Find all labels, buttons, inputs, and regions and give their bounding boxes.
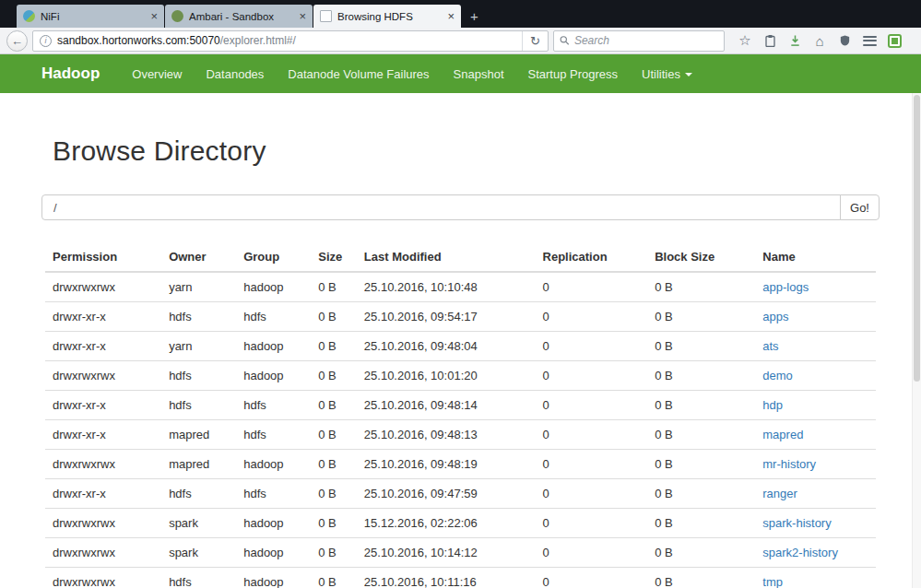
nav-item-overview[interactable]: Overview xyxy=(120,67,194,81)
table-cell: 0 xyxy=(536,509,648,538)
browser-tab[interactable]: NiFi× xyxy=(17,5,164,28)
table-cell: drwxr-xr-x xyxy=(45,302,161,332)
tab-title: Browsing HDFS xyxy=(337,11,442,22)
table-cell: 25.10.2016, 09:48:14 xyxy=(357,391,536,420)
menu-button[interactable] xyxy=(857,29,881,52)
tab-title: Ambari - Sandbox xyxy=(189,11,293,22)
go-button[interactable]: Go! xyxy=(840,194,880,220)
table-cell: yarn xyxy=(161,272,236,302)
nav-item-utilities[interactable]: Utilities xyxy=(630,67,704,81)
directory-link[interactable]: ats xyxy=(762,339,778,353)
name-cell: hdp xyxy=(755,391,876,420)
column-header: Block Size xyxy=(647,242,755,272)
caret-down-icon xyxy=(685,73,692,76)
table-cell: hdfs xyxy=(161,391,236,420)
bookmark-star-button[interactable]: ☆ xyxy=(733,29,757,52)
directory-link[interactable]: spark2-history xyxy=(762,546,838,559)
tab-close-button[interactable]: × xyxy=(150,10,158,22)
directory-link[interactable]: hdp xyxy=(762,398,783,412)
table-cell: 0 B xyxy=(647,538,755,568)
table-cell: 0 B xyxy=(311,302,357,332)
nav-item-startup-progress[interactable]: Startup Progress xyxy=(516,67,631,81)
table-row: drwxrwxrwxsparkhadoop0 B25.10.2016, 10:1… xyxy=(45,538,876,568)
hamburger-icon xyxy=(863,36,877,46)
tab-close-button[interactable]: × xyxy=(299,10,306,22)
table-cell: 0 B xyxy=(311,361,357,391)
name-cell: mr-history xyxy=(755,450,876,479)
table-cell: drwxrwxrwx xyxy=(45,568,161,588)
reload-button[interactable]: ↻ xyxy=(522,31,548,51)
hadoop-brand[interactable]: Hadoop xyxy=(41,65,100,83)
scrollbar-thumb[interactable] xyxy=(914,95,920,382)
nav-item-datanodes[interactable]: Datanodes xyxy=(194,67,276,81)
table-cell: 0 B xyxy=(311,479,357,509)
table-cell: 0 xyxy=(536,538,648,568)
table-cell: 0 B xyxy=(647,272,755,302)
downloads-button[interactable] xyxy=(783,29,807,52)
table-cell: 0 B xyxy=(311,272,357,302)
table-row: drwxr-xr-xmapredhdfs0 B25.10.2016, 09:48… xyxy=(45,420,876,450)
search-bar[interactable] xyxy=(553,30,725,52)
url-bar[interactable]: i sandbox.hortonworks.com:50070/explorer… xyxy=(32,30,549,52)
table-cell: hdfs xyxy=(161,302,236,332)
browser-window: NiFi×Ambari - Sandbox×Browsing HDFS× + ←… xyxy=(0,0,921,588)
directory-link[interactable]: tmp xyxy=(762,575,783,588)
nav-item-snapshot[interactable]: Snapshot xyxy=(442,67,516,81)
table-cell: 0 xyxy=(536,391,648,420)
name-cell: apps xyxy=(755,302,876,332)
directory-link[interactable]: demo xyxy=(762,369,793,382)
table-cell: 0 B xyxy=(311,509,357,538)
directory-link[interactable]: mr-history xyxy=(762,457,816,471)
search-input[interactable] xyxy=(574,34,718,47)
tab-close-button[interactable]: × xyxy=(447,10,455,22)
table-cell: 0 xyxy=(536,568,648,588)
table-cell: 25.10.2016, 10:11:16 xyxy=(357,568,536,588)
nav-item-datanode-volume-failures[interactable]: Datanode Volume Failures xyxy=(276,67,441,81)
table-cell: mapred xyxy=(161,420,236,450)
browser-tab[interactable]: Browsing HDFS× xyxy=(313,5,461,28)
directory-table: PermissionOwnerGroupSizeLast ModifiedRep… xyxy=(45,242,876,588)
extension-button[interactable] xyxy=(882,29,906,52)
table-cell: hadoop xyxy=(236,568,311,588)
directory-table-body: drwxrwxrwxyarnhadoop0 B25.10.2016, 10:10… xyxy=(45,272,876,588)
column-header: Owner xyxy=(161,242,236,272)
nav-items: OverviewDatanodesDatanode Volume Failure… xyxy=(120,67,704,81)
directory-link[interactable]: app-logs xyxy=(762,280,809,294)
url-domain: sandbox.hortonworks.com:50070 xyxy=(57,34,220,47)
directory-link[interactable]: ranger xyxy=(762,487,797,500)
table-row: drwxrwxrwxhdfshadoop0 B25.10.2016, 10:11… xyxy=(45,568,876,588)
table-cell: drwxrwxrwx xyxy=(45,509,161,538)
addon-button[interactable] xyxy=(832,29,856,52)
table-row: drwxr-xr-xhdfshdfs0 B25.10.2016, 09:48:1… xyxy=(45,391,876,420)
table-row: drwxr-xr-xhdfshdfs0 B25.10.2016, 09:47:5… xyxy=(45,479,876,509)
home-button[interactable]: ⌂ xyxy=(808,29,832,52)
info-icon[interactable]: i xyxy=(40,35,52,47)
table-cell: 0 xyxy=(536,361,648,391)
table-cell: 0 B xyxy=(647,568,755,588)
bookmarks-menu-button[interactable] xyxy=(758,29,782,52)
column-header: Name xyxy=(755,242,876,272)
table-cell: 0 B xyxy=(311,391,357,420)
table-cell: drwxrwxrwx xyxy=(45,538,161,568)
table-cell: drwxr-xr-x xyxy=(45,479,161,509)
directory-link[interactable]: spark-history xyxy=(762,516,831,530)
scrollbar[interactable] xyxy=(912,93,921,588)
browser-tab[interactable]: Ambari - Sandbox× xyxy=(165,5,313,28)
directory-link[interactable]: mapred xyxy=(762,428,803,441)
back-button[interactable]: ← xyxy=(6,30,28,52)
column-header: Group xyxy=(236,242,311,272)
path-input[interactable] xyxy=(41,194,841,220)
new-tab-button[interactable]: + xyxy=(462,5,487,28)
table-header-row: PermissionOwnerGroupSizeLast ModifiedRep… xyxy=(45,242,876,272)
table-row: drwxr-xr-xyarnhadoop0 B25.10.2016, 09:48… xyxy=(45,332,876,361)
page-content: Browse Directory Go! PermissionOwnerGrou… xyxy=(0,135,921,588)
table-cell: hdfs xyxy=(161,479,236,509)
name-cell: app-logs xyxy=(755,272,876,302)
table-cell: 0 B xyxy=(647,509,755,538)
column-header: Size xyxy=(311,242,357,272)
clipboard-icon xyxy=(764,34,776,47)
table-cell: 0 B xyxy=(647,420,755,450)
directory-link[interactable]: apps xyxy=(762,310,788,323)
table-cell: 0 B xyxy=(311,538,357,568)
table-cell: drwxrwxrwx xyxy=(45,272,161,302)
